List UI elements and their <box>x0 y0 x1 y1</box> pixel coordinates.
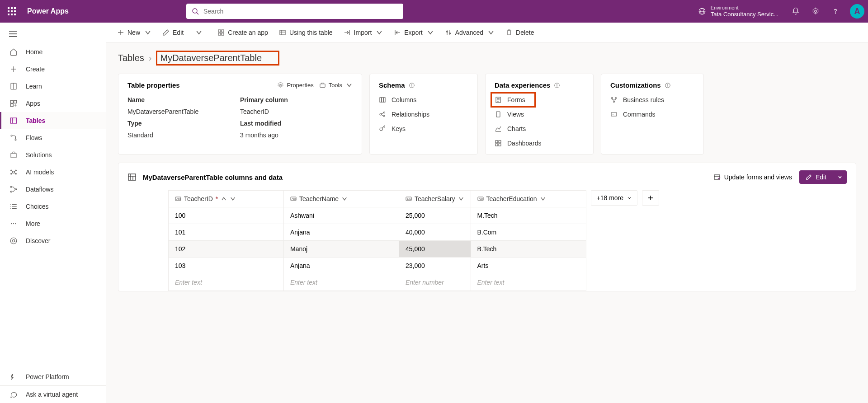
breadcrumb: Tables › MyDataverseParentTable <box>118 51 856 66</box>
svg-line-32 <box>12 173 13 174</box>
chevron-down-icon <box>458 196 464 202</box>
rules-icon <box>610 96 618 103</box>
sidebar-label: AI models <box>26 169 54 176</box>
number-type-icon: 123 <box>406 196 412 202</box>
cust-business-rules[interactable]: Business rules <box>610 96 694 103</box>
edit-button[interactable]: Edit <box>799 170 833 184</box>
table-row[interactable]: 103Anjana23,000Arts <box>169 258 586 274</box>
column-header-teacherid[interactable]: AbcTeacherID* <box>169 191 284 207</box>
sidebar-item-flows[interactable]: Flows <box>0 129 106 146</box>
table-row[interactable]: 100Ashwani25,000M.Tech <box>169 207 586 224</box>
prop-label-primary: Primary column <box>240 96 353 103</box>
column-header-teachername[interactable]: AbcTeacherName <box>284 191 399 207</box>
cmd-create-app[interactable]: Create an app <box>213 26 273 39</box>
svg-point-61 <box>280 84 282 86</box>
cmd-advanced[interactable]: Advanced <box>440 26 499 39</box>
view-icon <box>495 111 502 118</box>
svg-text:Abc: Abc <box>292 197 296 200</box>
dataflow-icon <box>9 185 18 193</box>
relationship-icon <box>379 111 386 118</box>
settings-button[interactable] <box>807 3 824 19</box>
more-columns-button[interactable]: +18 more <box>591 190 638 206</box>
sidebar-item-choices[interactable]: Choices <box>0 198 106 215</box>
environment-picker[interactable]: Environment Tata Consultancy Servic... <box>693 5 784 18</box>
sidebar-item-apps[interactable]: Apps <box>0 95 106 112</box>
solutions-icon <box>9 151 18 159</box>
trash-icon <box>505 29 513 36</box>
sidebar-item-learn[interactable]: Learn <box>0 78 106 95</box>
sidebar-label: Discover <box>26 237 50 244</box>
app-launcher-button[interactable] <box>4 3 20 19</box>
sidebar-item-ai-models[interactable]: AI models <box>0 164 106 181</box>
search-input[interactable] <box>203 8 398 15</box>
cmd-new[interactable]: New <box>113 26 156 39</box>
sidebar: Home Create Learn Apps Tables Flows Solu… <box>0 23 106 403</box>
table-row[interactable]: 101Anjana40,000B.Com <box>169 224 586 241</box>
sidebar-item-more[interactable]: More <box>0 215 106 232</box>
prop-label-name: Name <box>127 96 240 103</box>
cmd-edit-split[interactable] <box>190 26 207 39</box>
sidebar-label: Flows <box>26 134 42 141</box>
sidebar-item-power-platform[interactable]: Power Platform <box>0 368 106 385</box>
column-header-teachereducation[interactable]: AbcTeacherEducation <box>471 191 586 207</box>
card-title: Schema <box>379 81 405 89</box>
table-icon <box>127 173 137 182</box>
choices-icon <box>9 202 18 211</box>
svg-line-73 <box>382 115 384 116</box>
user-avatar[interactable]: A <box>850 4 864 19</box>
schema-keys[interactable]: Keys <box>379 125 468 132</box>
cmd-import[interactable]: Import <box>339 26 388 39</box>
svg-line-33 <box>14 173 15 174</box>
card-table-properties: Table properties Properties Tools Name P… <box>118 74 362 155</box>
svg-point-0 <box>193 9 197 13</box>
cmd-using-table[interactable]: Using this table <box>274 26 337 39</box>
sidebar-item-ask-agent[interactable]: Ask a virtual agent <box>0 386 106 403</box>
sidebar-label: Tables <box>26 117 45 124</box>
de-charts[interactable]: Charts <box>495 125 584 132</box>
edit-button-split[interactable] <box>833 172 847 183</box>
breadcrumb-root[interactable]: Tables <box>118 53 144 63</box>
sidebar-toggle[interactable] <box>9 31 97 37</box>
schema-columns[interactable]: Columns <box>379 96 468 103</box>
sidebar-item-home[interactable]: Home <box>0 43 106 61</box>
svg-rect-52 <box>218 33 221 35</box>
cust-commands[interactable]: Commands <box>610 111 694 118</box>
svg-rect-89 <box>499 144 501 146</box>
help-button[interactable] <box>827 3 844 19</box>
column-header-teachersalary[interactable]: 123TeacherSalary <box>399 191 471 207</box>
data-table: AbcTeacherID* AbcTeacherName 123TeacherS… <box>168 190 586 291</box>
update-forms-views[interactable]: Update forms and views <box>713 173 792 181</box>
sidebar-item-create[interactable]: Create <box>0 61 106 78</box>
sidebar-item-solutions[interactable]: Solutions <box>0 146 106 164</box>
de-views[interactable]: Views <box>495 111 584 118</box>
sidebar-item-discover[interactable]: Discover <box>0 232 106 249</box>
svg-rect-24 <box>11 153 16 158</box>
svg-point-65 <box>411 84 412 84</box>
add-column-button[interactable] <box>642 190 659 206</box>
svg-point-71 <box>384 116 385 117</box>
properties-action[interactable]: Properties <box>277 82 313 89</box>
table-row[interactable]: 102Manoj45,000B.Tech <box>169 241 586 258</box>
cmd-delete[interactable]: Delete <box>501 26 538 39</box>
de-dashboards[interactable]: Dashboards <box>495 140 584 147</box>
schema-relationships[interactable]: Relationships <box>379 111 468 118</box>
chevron-down-icon <box>376 29 383 36</box>
cmd-edit[interactable]: Edit <box>158 26 188 39</box>
ai-icon <box>9 168 18 176</box>
chevron-down-icon <box>540 196 546 202</box>
import-icon <box>344 29 351 36</box>
tools-action[interactable]: Tools <box>319 82 353 89</box>
new-row[interactable]: Enter textEnter textEnter numberEnter te… <box>169 274 586 291</box>
cmd-export[interactable]: Export <box>389 26 438 39</box>
sidebar-item-dataflows[interactable]: Dataflows <box>0 181 106 198</box>
key-icon <box>379 125 386 132</box>
sidebar-item-tables[interactable]: Tables <box>0 112 106 129</box>
data-section-title: MyDataverseParentTable columns and data <box>143 173 283 181</box>
edit-icon <box>806 174 812 180</box>
de-forms[interactable]: Forms <box>491 92 536 108</box>
svg-text:123: 123 <box>407 197 412 200</box>
svg-rect-14 <box>10 100 13 103</box>
notifications-button[interactable] <box>788 3 804 19</box>
text-type-icon: Abc <box>175 196 181 202</box>
search-box[interactable] <box>186 4 403 19</box>
